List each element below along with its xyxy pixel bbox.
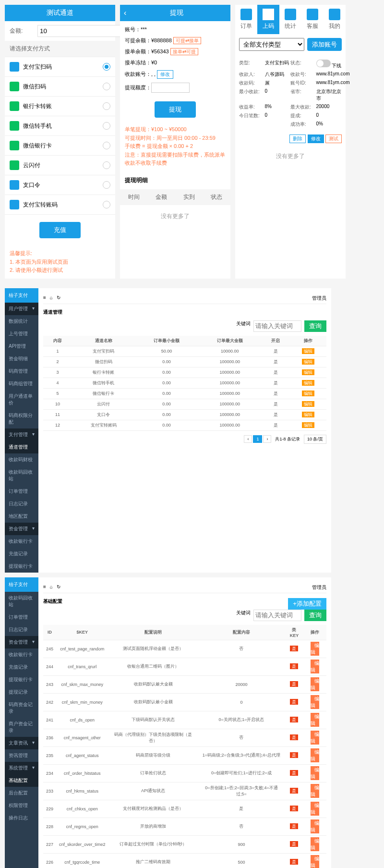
pay-option[interactable]: 微信转手机 [5, 116, 115, 136]
sidebar-item[interactable]: 资金明细 [5, 353, 38, 365]
sidebar-item[interactable]: 提现记录 [5, 686, 38, 698]
sidebar-item[interactable]: 数据统计 [5, 315, 38, 328]
sidebar-group[interactable]: 资金管理▾ [5, 523, 38, 535]
sidebar-item[interactable]: 订单管理 [5, 611, 38, 623]
sidebar-item[interactable]: 基础配置 [5, 774, 38, 787]
pay-option[interactable]: 支付宝转账码 [5, 195, 115, 215]
tab-3[interactable]: 客服 [301, 5, 324, 34]
test-button[interactable]: 测试 [325, 134, 342, 143]
pay-option[interactable]: 支付宝扫码 [5, 57, 115, 77]
delete-button[interactable]: 删除 [289, 134, 306, 143]
sidebar-item[interactable]: 上号管理 [5, 328, 38, 340]
radio[interactable] [103, 161, 110, 169]
tab-2[interactable]: 统计 [279, 5, 301, 34]
status-switch[interactable] [316, 60, 331, 67]
edit-button[interactable]: 编辑 [311, 855, 319, 868]
pay-option[interactable]: 微信扫码 [5, 77, 115, 97]
sidebar-item[interactable]: 操作日志 [5, 812, 38, 824]
sidebar-group[interactable]: 资金管理▾ [5, 636, 38, 648]
sidebar-item[interactable]: 提现银行卡 [5, 673, 38, 686]
search-button[interactable]: 查询 [304, 320, 326, 332]
tab-1[interactable]: 上码 [257, 5, 279, 34]
sidebar-item[interactable]: 权限管理 [5, 799, 38, 812]
no-more: 没有更多了 [120, 205, 230, 228]
pay-option[interactable]: 云闪付 [5, 156, 115, 175]
order-tag[interactable]: 接单⇄可提 [170, 48, 198, 55]
withdraw-amount-input[interactable] [151, 83, 190, 93]
sidebar-item[interactable]: 订单管理 [5, 485, 38, 498]
add-account-button[interactable]: 添加账号 [307, 38, 342, 51]
sidebar-item[interactable]: 码商管理 [5, 365, 38, 378]
sidebar-item[interactable]: 收款银行卡 [5, 648, 38, 661]
tab-icon [307, 9, 318, 20]
radio[interactable] [103, 181, 110, 189]
recharge-button[interactable]: 充值 [39, 222, 81, 238]
sidebar-item[interactable]: 商户资金记录 [5, 718, 38, 737]
pay-option[interactable]: 银行卡转账 [5, 97, 115, 116]
edit-button[interactable]: 编辑 [311, 713, 319, 727]
sidebar-group[interactable]: 用户管理▾ [5, 303, 38, 315]
edit-button[interactable]: 编辑 [311, 677, 319, 691]
edit-button[interactable]: 编辑 [311, 766, 319, 780]
sidebar-item[interactable]: 码商组管理 [5, 378, 38, 390]
withdraw-button[interactable]: 提现 [155, 101, 196, 118]
edit-button[interactable]: 编辑 [311, 784, 319, 798]
radio[interactable] [103, 142, 110, 149]
keyword-input[interactable] [253, 320, 301, 332]
radio[interactable] [103, 63, 110, 71]
sidebar-item[interactable]: 通道管理 [5, 441, 38, 453]
sidebar-item[interactable]: 码商资金记录 [5, 698, 38, 718]
edit-button[interactable]: 编辑 [311, 837, 319, 851]
sidebar-group[interactable]: 系统管理▾ [5, 762, 38, 774]
refresh-icon[interactable]: ↻ [57, 584, 60, 591]
edit-button[interactable]: 编辑 [311, 695, 319, 709]
pay-type-select[interactable]: 全部支付类型 [239, 38, 304, 51]
tab-0[interactable]: 订单 [235, 5, 257, 34]
edit-button[interactable]: 编辑 [311, 819, 319, 833]
radio[interactable] [103, 122, 110, 130]
radio[interactable] [103, 201, 110, 208]
page-1[interactable]: 1 [253, 435, 262, 443]
sidebar-item[interactable]: 收款银行卡 [5, 535, 38, 548]
sidebar-group[interactable]: 文章资讯▾ [5, 737, 38, 749]
home-icon[interactable]: ⌂ [50, 295, 53, 302]
tab-4[interactable]: 我的 [324, 5, 346, 34]
edit-button[interactable]: 编辑 [311, 731, 319, 745]
modify-button[interactable]: 修改 [157, 70, 173, 79]
sidebar-item[interactable]: 日志记录 [5, 498, 38, 510]
modify-button[interactable]: 修改 [308, 134, 324, 143]
sidebar-item[interactable]: 收款码财校 [5, 453, 38, 466]
sidebar-item[interactable]: 充值记录 [5, 548, 38, 560]
sidebar-item[interactable]: 日志记录 [5, 623, 38, 636]
menu-icon[interactable]: ≡ [43, 295, 46, 302]
edit-button[interactable]: 编辑 [311, 748, 319, 762]
refresh-icon[interactable]: ↻ [57, 295, 60, 302]
sidebar-item[interactable]: API管理 [5, 340, 38, 353]
pay-option[interactable]: 微信银行卡 [5, 136, 115, 156]
admin-user[interactable]: 管理员 [312, 584, 326, 591]
sidebar-item[interactable]: 收款码回收站 [5, 592, 38, 611]
balance-tag[interactable]: 可提⇄接单 [173, 37, 201, 44]
search-button[interactable]: 查询 [304, 610, 326, 621]
amount-input[interactable] [37, 25, 123, 37]
sidebar-group[interactable]: 支付管理▾ [5, 428, 38, 441]
sidebar-item[interactable]: 地区配置 [5, 510, 38, 523]
edit-button[interactable]: 编辑 [311, 660, 319, 673]
sidebar-item[interactable]: 收款码回收站 [5, 466, 38, 485]
add-config-button[interactable]: +添加配置 [288, 598, 326, 610]
admin-user[interactable]: 管理员 [312, 295, 326, 302]
sidebar-item[interactable]: 资讯管理 [5, 749, 38, 762]
edit-button[interactable]: 编辑 [311, 802, 319, 816]
radio[interactable] [103, 102, 110, 110]
edit-button[interactable]: 编辑 [311, 642, 319, 656]
sidebar-item[interactable]: 提现银行卡 [5, 560, 38, 573]
menu-icon[interactable]: ≡ [43, 584, 46, 591]
keyword-input[interactable] [253, 610, 301, 621]
pay-option[interactable]: 支口令 [5, 175, 115, 195]
sidebar-item[interactable]: 用户通道单价 [5, 390, 38, 409]
radio[interactable] [103, 83, 110, 90]
sidebar-item[interactable]: 充值记录 [5, 661, 38, 673]
home-icon[interactable]: ⌂ [50, 584, 53, 591]
sidebar-item[interactable]: 码商权限分配 [5, 409, 38, 428]
sidebar-item[interactable]: 后台配置 [5, 787, 38, 799]
